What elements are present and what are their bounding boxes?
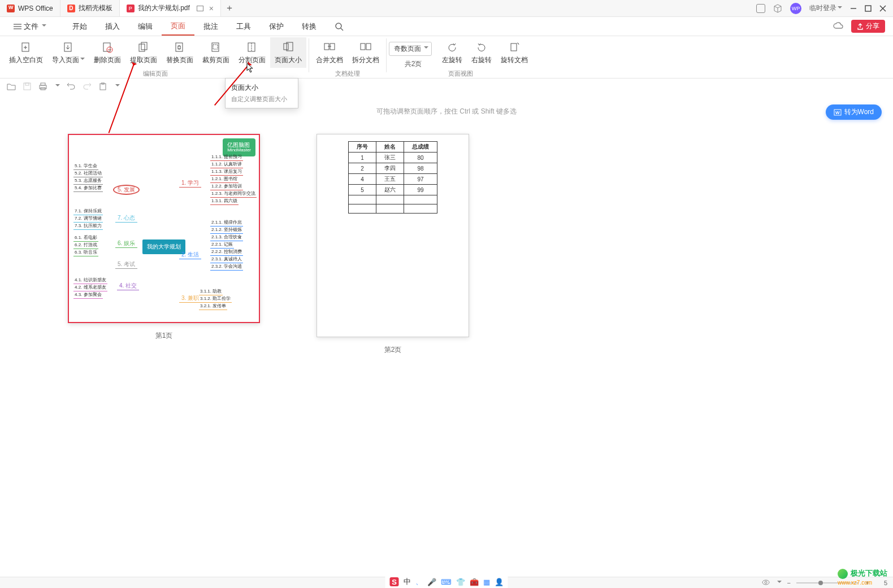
- cube-icon[interactable]: [773, 4, 782, 13]
- mindmap-leaf: 1.3.1. 四六级: [210, 197, 239, 205]
- ime-punct[interactable]: 、: [415, 577, 423, 587]
- app-panel-icon[interactable]: [756, 4, 765, 13]
- page-filter-dropdown[interactable]: 奇数页面: [389, 42, 432, 56]
- merge-doc-button[interactable]: 合并文档: [311, 37, 348, 68]
- ime-voice-icon[interactable]: 🎤: [427, 578, 436, 586]
- paste-icon[interactable]: [98, 82, 107, 91]
- svg-rect-33: [41, 83, 45, 85]
- add-tab-button[interactable]: ＋: [221, 0, 238, 16]
- page-number-label: 第1页: [155, 331, 173, 341]
- mindmap-leaf: 4.2. 维系老朋友: [73, 284, 107, 291]
- file-menu-button[interactable]: 文件: [8, 17, 52, 36]
- undo-icon[interactable]: [67, 82, 76, 91]
- tab-label: 我的大学规划.pdf: [138, 3, 190, 13]
- ime-tshirt-icon[interactable]: 👕: [456, 578, 465, 586]
- score-table: 序号姓名总成绩 1张三80 2李四98 4王五97 5赵六99: [348, 141, 437, 214]
- svg-rect-29: [511, 43, 517, 51]
- window-restore-icon[interactable]: [197, 6, 203, 11]
- titlebar-right: WP 临时登录: [756, 0, 893, 16]
- mindmap-leaf: 1.2.3. 与老师同学交流: [210, 190, 257, 198]
- avatar[interactable]: WP: [790, 3, 801, 14]
- menu-page[interactable]: 页面: [162, 17, 194, 36]
- svg-rect-18: [176, 43, 183, 51]
- page-thumbnail-2[interactable]: 序号姓名总成绩 1张三80 2李四98 4王五97 5赵六99 第2页: [317, 134, 469, 355]
- menu-tools[interactable]: 工具: [227, 17, 260, 36]
- tab-strip: WPS Office D 找稻壳模板 P 我的大学规划.pdf × ＋: [0, 0, 238, 16]
- quick-access-toolbar: [0, 79, 893, 94]
- thumbnail-canvas: 序号姓名总成绩 1张三80 2李四98 4王五97 5赵六99: [317, 134, 469, 337]
- svg-rect-30: [24, 83, 31, 90]
- ime-lang[interactable]: 中: [404, 577, 411, 587]
- split-doc-icon: [359, 42, 372, 53]
- rotate-right-button[interactable]: 右旋转: [467, 37, 496, 68]
- save-icon[interactable]: [23, 82, 32, 91]
- mindmap-leaf: 1.1.1. 提前预习: [210, 153, 243, 161]
- split-doc-button[interactable]: 拆分文档: [348, 37, 384, 68]
- mindmap-leaf: 2.1.1. 规律作息: [210, 219, 243, 227]
- chevron-down-icon[interactable]: [777, 581, 782, 585]
- minimize-icon[interactable]: [850, 5, 857, 12]
- mindmap-leaf: 2.1.2. 坚持锻炼: [210, 226, 243, 234]
- zoom-out-button[interactable]: −: [787, 580, 791, 586]
- close-icon[interactable]: ×: [209, 4, 214, 13]
- page-total-label: 共2页: [405, 59, 422, 69]
- svg-rect-17: [141, 42, 147, 50]
- convert-to-word-button[interactable]: W 转为Word: [826, 104, 882, 120]
- menu-search[interactable]: [326, 17, 353, 36]
- menu-convert[interactable]: 转换: [293, 17, 326, 36]
- rotate-left-button[interactable]: 左旋转: [437, 37, 467, 68]
- delete-page-button[interactable]: 删除页面: [89, 37, 125, 68]
- chevron-down-icon[interactable]: [115, 84, 120, 89]
- rotate-doc-icon: [508, 42, 521, 53]
- menu-protect[interactable]: 保护: [260, 17, 293, 36]
- thumbnail-canvas: 亿图脑图 MindMaster 我的大学规划 1. 学习 2. 生活 3. 兼职…: [68, 134, 260, 323]
- open-icon[interactable]: [7, 82, 16, 91]
- import-page-button[interactable]: 导入页面: [47, 37, 89, 68]
- menu-edit[interactable]: 编辑: [129, 17, 162, 36]
- mindmap-leaf: 6.2. 打游戏: [73, 241, 98, 249]
- rotate-left-icon: [446, 42, 458, 53]
- menu-start[interactable]: 开始: [63, 17, 96, 36]
- cloud-sync-icon[interactable]: [833, 21, 843, 32]
- print-icon[interactable]: [38, 82, 47, 91]
- login-status[interactable]: 临时登录: [809, 3, 842, 13]
- tooltip-title: 页面大小: [231, 83, 292, 93]
- ime-keyboard-icon[interactable]: ⌨: [441, 578, 452, 586]
- rotate-doc-button[interactable]: 旋转文档: [496, 37, 532, 68]
- ime-grid-icon[interactable]: ▦: [483, 578, 490, 586]
- word-convert-icon: W: [834, 108, 842, 116]
- svg-rect-28: [366, 43, 371, 50]
- sogou-ime-icon[interactable]: S: [390, 577, 399, 586]
- hamburger-icon: [14, 23, 21, 30]
- share-button[interactable]: 分享: [851, 20, 885, 33]
- insert-blank-page-button[interactable]: 插入空白页: [5, 37, 47, 68]
- mindmap-branch: 7. 心态: [115, 214, 137, 223]
- page-size-button[interactable]: 页面大小: [270, 37, 306, 68]
- replace-page-button[interactable]: 替换页面: [162, 37, 198, 68]
- split-page-button[interactable]: 分割页面: [234, 37, 270, 68]
- tab-docer[interactable]: D 找稻壳模板: [60, 0, 120, 16]
- tab-document-active[interactable]: P 我的大学规划.pdf ×: [120, 0, 221, 16]
- mindmap-leaf: 1.2.1. 图书馆: [210, 175, 239, 183]
- page-thumbnails: 亿图脑图 MindMaster 我的大学规划 1. 学习 2. 生活 3. 兼职…: [68, 134, 469, 355]
- view-eye-icon[interactable]: [762, 578, 770, 587]
- menu-comment[interactable]: 批注: [194, 17, 227, 36]
- tab-wps-home[interactable]: WPS Office: [0, 0, 60, 16]
- redo-icon[interactable]: [83, 82, 92, 91]
- svg-rect-31: [25, 83, 29, 85]
- mindmap-leaf: 2.1.3. 合理饮食: [210, 233, 243, 241]
- tab-label: WPS Office: [18, 5, 53, 12]
- ime-person-icon[interactable]: 👤: [495, 578, 504, 586]
- svg-point-39: [762, 580, 769, 585]
- close-icon[interactable]: [879, 5, 886, 12]
- maximize-icon[interactable]: [865, 5, 872, 12]
- mindmap-branch: 2. 生活: [179, 251, 201, 259]
- import-page-icon: [62, 42, 75, 53]
- ribbon: 插入空白页 导入页面 删除页面 提取页面 替换页面 裁剪页面 分割页面 页面大小…: [0, 36, 893, 79]
- menu-insert[interactable]: 插入: [96, 17, 129, 36]
- mindmap-leaf: 5.4. 参加比赛: [73, 184, 103, 192]
- crop-page-button[interactable]: 裁剪页面: [198, 37, 234, 68]
- page-thumbnail-1[interactable]: 亿图脑图 MindMaster 我的大学规划 1. 学习 2. 生活 3. 兼职…: [68, 134, 260, 355]
- ime-toolbox-icon[interactable]: 🧰: [470, 578, 479, 586]
- chevron-down-icon[interactable]: [55, 84, 60, 89]
